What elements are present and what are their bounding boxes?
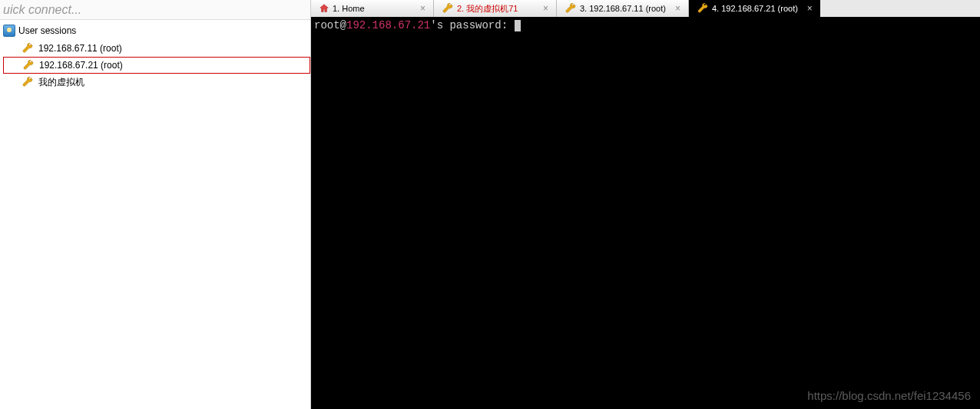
terminal-cursor: [515, 20, 521, 31]
terminal-prompt-suffix: 's password:: [430, 19, 514, 31]
tab-label: 3. 192.168.67.11 (root): [580, 4, 666, 13]
terminal[interactable]: root@192.168.67.21's password: https://b…: [311, 17, 980, 409]
sidebar: uick connect... User sessions 192.168.67…: [0, 0, 311, 409]
wrench-icon: [22, 59, 35, 71]
tab-session[interactable]: 2. 我的虚拟机71 ×: [434, 0, 557, 17]
tab-session[interactable]: 3. 192.168.67.11 (root) ×: [557, 0, 689, 17]
terminal-at: @: [340, 19, 346, 31]
wrench-icon: [22, 76, 34, 88]
terminal-user: root: [314, 19, 340, 31]
tab-session-active[interactable]: 4. 192.168.67.21 (root) ×: [689, 0, 820, 17]
tree-header[interactable]: User sessions: [3, 23, 310, 40]
tab-bar: 1. Home × 2. 我的虚拟机71 × 3. 192.168.67.11 …: [311, 0, 980, 17]
session-item[interactable]: 192.168.67.11 (root): [3, 40, 310, 57]
user-sessions-icon: [3, 25, 15, 37]
close-icon[interactable]: ×: [801, 3, 813, 14]
session-label: 192.168.67.21 (root): [39, 60, 123, 71]
home-icon: [319, 3, 329, 14]
tab-label: 1. Home: [333, 4, 365, 13]
tree-header-label: User sessions: [18, 25, 76, 36]
close-icon[interactable]: ×: [537, 3, 548, 14]
main-area: 1. Home × 2. 我的虚拟机71 × 3. 192.168.67.11 …: [311, 0, 980, 409]
close-icon[interactable]: ×: [414, 3, 425, 14]
quick-connect-input[interactable]: uick connect...: [0, 0, 310, 20]
wrench-icon: [442, 2, 454, 15]
session-label: 192.168.67.11 (root): [38, 43, 122, 54]
tab-home[interactable]: 1. Home ×: [311, 0, 434, 17]
wrench-icon: [22, 42, 34, 54]
wrench-icon: [697, 2, 709, 15]
session-label: 我的虚拟机: [38, 76, 84, 89]
tab-label: 2. 我的虚拟机71: [457, 3, 518, 15]
wrench-icon: [564, 2, 577, 15]
terminal-host: 192.168.67.21: [346, 19, 430, 31]
watermark: https://blog.csdn.net/fei1234456: [807, 389, 971, 403]
session-tree: User sessions 192.168.67.11 (root) 192.1…: [0, 20, 310, 91]
session-item[interactable]: 192.168.67.21 (root): [3, 57, 310, 74]
tab-label: 4. 192.168.67.21 (root): [712, 4, 798, 13]
session-item[interactable]: 我的虚拟机: [3, 74, 310, 91]
close-icon[interactable]: ×: [669, 3, 680, 14]
